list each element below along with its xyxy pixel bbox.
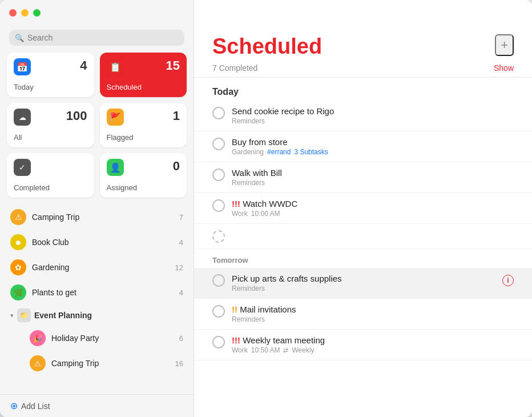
priority-indicator: !!! xyxy=(232,199,240,209)
flagged-icon: 🚩 xyxy=(107,109,124,126)
card-today[interactable]: 📅 4 Today xyxy=(7,53,94,97)
book-club-count: 4 xyxy=(179,238,183,247)
card-scheduled[interactable]: 📋 15 Scheduled xyxy=(100,53,187,97)
close-button[interactable] xyxy=(9,9,17,17)
app-window: 🔍 📅 4 Today 📋 15 Scheduled xyxy=(0,0,532,417)
today-label: Today xyxy=(14,83,87,91)
all-label: All xyxy=(14,133,87,142)
scheduled-count: 15 xyxy=(166,58,180,73)
completed-icon: ✓ xyxy=(14,159,31,176)
card-completed[interactable]: ✓ Completed xyxy=(7,153,94,198)
task-subtitle: Reminders xyxy=(232,179,514,187)
task-pickup-arts[interactable]: Pick up arts & crafts supplies Reminders… xyxy=(194,268,532,299)
today-icon: 📅 xyxy=(14,58,31,75)
holiday-party-label: Holiday Party xyxy=(51,334,174,343)
task-title: !!! Watch WWDC xyxy=(232,199,514,209)
task-info-button[interactable]: i xyxy=(502,275,514,286)
task-mail-invitations[interactable]: !! Mail invitations Reminders xyxy=(194,299,532,330)
task-walk-with-bill[interactable]: Walk with Bill Reminders xyxy=(194,162,532,193)
add-list-button[interactable]: ⊕ Add List xyxy=(0,394,194,417)
section-tomorrow: Tomorrow xyxy=(194,249,532,268)
assigned-icon: 👤 xyxy=(107,159,124,176)
add-list-icon: ⊕ xyxy=(10,400,18,411)
minimize-button[interactable] xyxy=(21,9,29,17)
event-planning-label: Event Planning xyxy=(34,311,183,320)
gardening-icon: ✿ xyxy=(10,259,26,275)
today-count: 4 xyxy=(80,58,87,73)
sidebar-item-gardening[interactable]: ✿ Gardening 12 xyxy=(5,255,189,280)
task-checkbox[interactable] xyxy=(212,138,225,150)
task-title: Send cookie recipe to Rigo xyxy=(232,106,514,116)
camping-trip-count: 7 xyxy=(179,213,183,222)
task-content: Send cookie recipe to Rigo Reminders xyxy=(232,106,514,125)
task-subtitle: Reminders xyxy=(232,284,495,292)
completed-label: Completed xyxy=(14,183,87,192)
sidebar-item-book-club[interactable]: ● Book Club 4 xyxy=(5,230,189,255)
all-count: 100 xyxy=(66,109,87,123)
gardening-label: Gardening xyxy=(32,263,170,272)
task-content: Pick up arts & crafts supplies Reminders xyxy=(232,274,495,292)
custom-lists: ⚠ Camping Trip 7 ● Book Club 4 ✿ Gardeni… xyxy=(0,205,194,394)
sidebar-item-camping-trip-2[interactable]: ⚠ Camping Trip 16 xyxy=(5,351,189,376)
task-content: Buy from store Gardening #errand 3 Subta… xyxy=(232,137,514,156)
task-checkbox[interactable] xyxy=(212,274,225,287)
holiday-party-count: 6 xyxy=(179,334,183,343)
task-subtitle: Reminders xyxy=(232,315,514,323)
book-club-label: Book Club xyxy=(32,238,174,247)
scheduled-icon: 📋 xyxy=(107,58,124,75)
gardening-count: 12 xyxy=(175,263,183,272)
task-subtitle: Gardening #errand 3 Subtasks xyxy=(232,148,514,156)
task-checkbox[interactable] xyxy=(212,107,225,119)
sidebar-item-holiday-party[interactable]: 🎉 Holiday Party 6 xyxy=(5,326,189,351)
subtasks-link[interactable]: 3 Subtasks xyxy=(294,148,328,156)
plants-to-get-icon: 🌿 xyxy=(10,284,26,300)
task-checkbox[interactable] xyxy=(212,199,225,212)
task-title: Buy from store xyxy=(232,137,514,147)
card-flagged[interactable]: 🚩 1 Flagged xyxy=(100,103,187,147)
task-content: !!! Watch WWDC Work 10:00 AM xyxy=(232,199,514,218)
task-send-cookie[interactable]: Send cookie recipe to Rigo Reminders xyxy=(194,101,532,131)
camping-trip-label: Camping Trip xyxy=(32,212,174,222)
priority-indicator: !!! xyxy=(232,335,240,345)
maximize-button[interactable] xyxy=(33,9,41,17)
group-event-planning[interactable]: ▾ 📁 Event Planning xyxy=(5,305,189,326)
task-title: !! Mail invitations xyxy=(232,304,514,314)
show-completed-button[interactable]: Show xyxy=(494,63,514,73)
event-planning-group-icon: 📁 xyxy=(17,308,31,322)
scheduled-label: Scheduled xyxy=(107,83,180,91)
task-title: !!! Weekly team meeting xyxy=(232,335,514,345)
task-checkbox[interactable] xyxy=(212,305,225,318)
task-subtitle: Work 10:00 AM xyxy=(232,210,514,218)
sidebar-item-plants-to-get[interactable]: 🌿 Plants to get 4 xyxy=(5,280,189,305)
task-empty[interactable] xyxy=(194,224,532,249)
task-checkbox[interactable] xyxy=(212,169,225,181)
card-assigned[interactable]: 👤 0 Assigned xyxy=(100,153,187,198)
assigned-count: 0 xyxy=(173,159,180,174)
task-content: !!! Weekly team meeting Work 10:50 AM ⇄ … xyxy=(232,335,514,354)
sidebar-item-camping-trip[interactable]: ⚠ Camping Trip 7 xyxy=(5,205,189,230)
main-header: Scheduled + xyxy=(194,25,532,59)
task-buy-from-store[interactable]: Buy from store Gardening #errand 3 Subta… xyxy=(194,131,532,162)
task-tag[interactable]: #errand xyxy=(267,148,291,156)
add-task-button[interactable]: + xyxy=(495,34,514,56)
search-input[interactable] xyxy=(27,33,179,42)
task-content: !! Mail invitations Reminders xyxy=(232,304,514,323)
task-checkbox-dashed[interactable] xyxy=(212,230,225,243)
task-weekly-meeting[interactable]: !!! Weekly team meeting Work 10:50 AM ⇄ … xyxy=(194,330,532,360)
flagged-count: 1 xyxy=(173,109,180,123)
holiday-party-icon: 🎉 xyxy=(30,330,46,346)
camping-trip-2-label: Camping Trip xyxy=(51,359,170,368)
book-club-icon: ● xyxy=(10,234,26,250)
tasks-scroll: Today Send cookie recipe to Rigo Reminde… xyxy=(194,78,532,417)
main-content: Scheduled + 7 Completed Show Today Send … xyxy=(194,0,532,417)
assigned-label: Assigned xyxy=(107,183,180,192)
card-all[interactable]: ☁ 100 All xyxy=(7,103,94,147)
task-subtitle: Work 10:50 AM ⇄ Weekly xyxy=(232,346,514,354)
search-bar[interactable]: 🔍 xyxy=(9,30,184,46)
task-title: Walk with Bill xyxy=(232,168,514,178)
task-checkbox[interactable] xyxy=(212,336,225,348)
task-title: Pick up arts & crafts supplies xyxy=(232,274,495,283)
task-watch-wwdc[interactable]: !!! Watch WWDC Work 10:00 AM xyxy=(194,193,532,224)
page-title: Scheduled xyxy=(212,34,322,59)
add-list-label: Add List xyxy=(21,402,50,411)
